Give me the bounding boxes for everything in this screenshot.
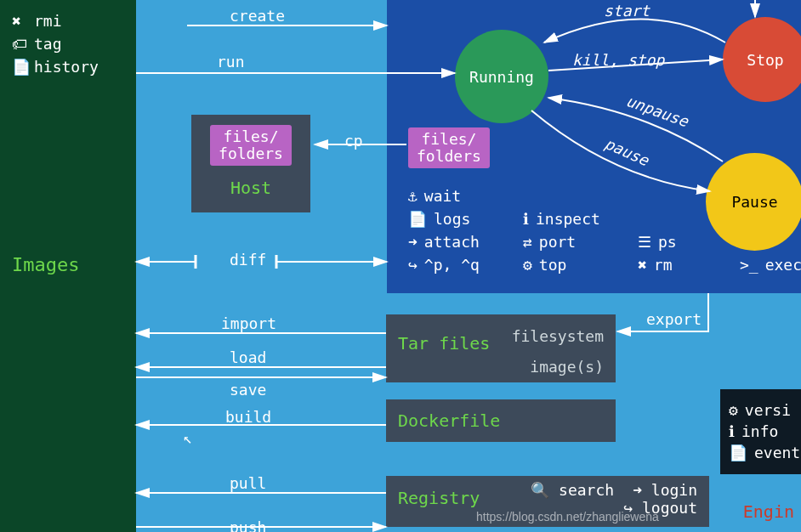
- arrow-icon: ➜: [408, 233, 418, 251]
- registry-search: 🔍 search: [531, 481, 614, 499]
- tar-images: image(s): [398, 352, 604, 382]
- cmd-top: ⚙top: [523, 256, 638, 274]
- engine-box: ⚙versi ℹinfo 📄event: [720, 389, 801, 474]
- label-load: load: [230, 348, 266, 366]
- search-icon: 🔍: [531, 481, 549, 499]
- exit-icon: ↪: [408, 256, 418, 274]
- tar-box: Tar files filesystem image(s): [386, 314, 616, 382]
- engine-title: Engin: [743, 501, 794, 522]
- tar-title: Tar files: [398, 333, 490, 354]
- sidebar-label: rmi: [34, 12, 62, 30]
- state-running: Running: [455, 30, 548, 123]
- tag-icon: 🏷: [12, 35, 26, 53]
- host-files-folders: files/ folders: [210, 125, 292, 166]
- info-icon: ℹ: [729, 422, 735, 440]
- doc-icon: 📄: [12, 58, 26, 76]
- registry-login: ➜ login: [633, 481, 697, 499]
- sidebar-label: history: [34, 58, 99, 76]
- gear-icon: ⚙: [523, 256, 532, 274]
- container-commands: ⚓wait 📄logs ℹinspect ➜attach ⇄port ☰ps ↪…: [408, 187, 801, 274]
- dockerfile-box: Dockerfile: [386, 399, 616, 442]
- sidebar-item-tag: 🏷tag: [12, 35, 124, 53]
- label-create: create: [230, 7, 285, 25]
- label-export: export: [646, 310, 702, 328]
- dockerfile-title: Dockerfile: [398, 410, 500, 431]
- cursor-icon: ↖: [183, 429, 192, 447]
- label-start: start: [604, 2, 650, 20]
- cmd-pq: ↪^p, ^q: [408, 256, 523, 274]
- label-run: run: [217, 53, 245, 71]
- host-box: files/ folders Host: [191, 115, 310, 212]
- container-files-folders: files/ folders: [408, 127, 490, 168]
- cmd-rm: ✖rm: [638, 256, 740, 274]
- images-sidebar: ✖rmi 🏷tag 📄history Images: [0, 0, 136, 532]
- engine-version: ⚙versi: [729, 401, 792, 419]
- sidebar-label: tag: [34, 35, 62, 53]
- cmd-ps: ☰ps: [638, 233, 740, 251]
- sidebar-item-history: 📄history: [12, 58, 124, 76]
- cmd-wait: ⚓wait: [408, 187, 523, 205]
- registry-title: Registry: [398, 488, 480, 508]
- label-pull: pull: [230, 474, 266, 492]
- cmd-port: ⇄port: [523, 233, 638, 251]
- gear-icon: ⚙: [729, 401, 738, 419]
- terminal-icon: >_: [740, 256, 758, 274]
- label-build: build: [225, 408, 271, 426]
- label-cp: cp: [344, 132, 363, 150]
- label-save: save: [230, 381, 266, 399]
- doc-icon: 📄: [408, 210, 427, 228]
- label-push: push: [230, 518, 266, 532]
- sidebar-item-rmi: ✖rmi: [12, 12, 124, 30]
- cmd-exec: >_exec: [740, 256, 801, 274]
- watermark: https://blog.csdn.net/zhangliewena: [476, 510, 659, 524]
- login-icon: ➜: [633, 481, 642, 499]
- images-heading: Images: [12, 254, 124, 275]
- state-stop: Stop: [723, 17, 801, 102]
- info-icon: ℹ: [523, 210, 529, 228]
- x-icon: ✖: [12, 12, 26, 30]
- engine-events: 📄event: [729, 444, 792, 461]
- label-kill-stop: kill, stop: [572, 51, 664, 69]
- swap-icon: ⇄: [523, 233, 532, 251]
- list-icon: ☰: [638, 233, 651, 251]
- host-title: Host: [230, 178, 271, 198]
- doc-icon: 📄: [729, 444, 747, 461]
- engine-info: ℹinfo: [729, 422, 792, 440]
- x-icon: ✖: [638, 256, 647, 274]
- cmd-logs: 📄logs: [408, 210, 523, 228]
- anchor-icon: ⚓: [408, 187, 418, 205]
- label-import: import: [221, 314, 276, 332]
- cmd-inspect: ℹinspect: [523, 210, 638, 228]
- label-diff: diff: [230, 251, 266, 269]
- cmd-attach: ➜attach: [408, 233, 523, 251]
